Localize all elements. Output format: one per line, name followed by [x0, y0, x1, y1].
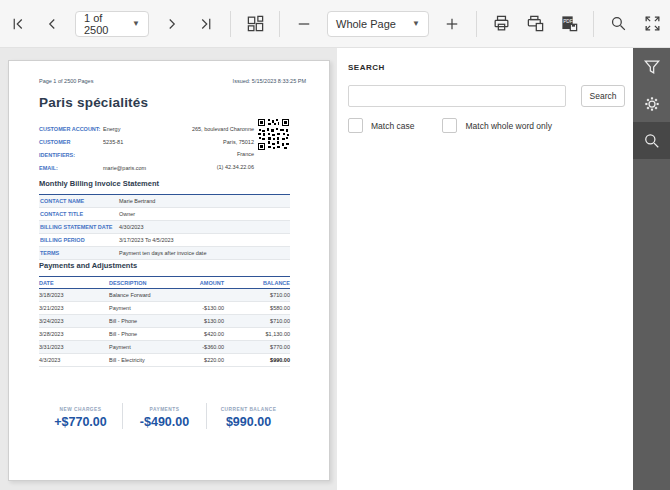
search-toggle-button[interactable]	[603, 9, 633, 39]
table-row: 3/28/2023 Bill - Phone $420.00 $1,130.00	[39, 328, 290, 341]
tab-search[interactable]	[633, 122, 670, 159]
payments-table: DATE DESCRIPTION AMOUNT BALANCE 3/18/202…	[39, 276, 290, 367]
cell-date: 3/18/2023	[39, 289, 109, 302]
statement-field-row: BILLING STATEMENT DATE 4/30/2023	[39, 221, 290, 234]
cell-date: 3/28/2023	[39, 328, 109, 341]
printer-page-icon	[526, 14, 545, 33]
last-page-button[interactable]	[191, 9, 221, 39]
table-row: 3/24/2023 Bill - Phone $130.00 $710.00	[39, 315, 290, 328]
search-button[interactable]: Search	[581, 85, 625, 107]
multipage-view-icon	[246, 14, 265, 33]
document-preview-area[interactable]: Page 1 of 2500 Pages Issued: 5/15/2023 8…	[0, 48, 337, 490]
page-info-text: Page 1 of 2500 Pages	[39, 78, 93, 84]
statement-field-label: CONTACT NAME	[39, 195, 119, 207]
summary-label: CURRENT BALANCE	[207, 407, 290, 412]
chevron-left-icon	[43, 15, 61, 33]
cell-date: 3/24/2023	[39, 315, 109, 328]
first-page-button[interactable]	[3, 9, 33, 39]
statement-field-value: Owner	[119, 208, 135, 220]
printer-icon	[492, 14, 511, 33]
cell-balance: $580.00	[224, 302, 290, 315]
customer-field-row: EMAIL: marie@paris.com	[39, 162, 146, 175]
statement-field-label: BILLING STATEMENT DATE	[39, 221, 119, 233]
search-row: Search	[348, 85, 625, 107]
match-case-label: Match case	[371, 121, 414, 131]
cell-balance: $710.00	[224, 315, 290, 328]
statement-field-label: CONTACT TITLE	[39, 208, 119, 220]
summary-label: NEW CHARGES	[39, 407, 122, 412]
cell-amount: $130.00	[166, 315, 224, 328]
search-options-row: Match case Match whole word only	[348, 118, 625, 133]
statement-field-row: TERMS Payment ten days after invoice dat…	[39, 247, 290, 260]
customer-field-value: 5235-81	[103, 136, 123, 162]
zoom-level-combo[interactable]: Whole Page ▼	[327, 11, 429, 37]
viewer-toolbar: 1 of 2500 ▼ Whole Page ▼	[0, 0, 670, 48]
fullscreen-icon	[643, 14, 662, 33]
statement-field-label: TERMS	[39, 247, 119, 259]
customer-field-label: CUSTOMER ACCOUNT:	[39, 123, 103, 136]
table-row: 3/31/2023 Payment -$360.00 $770.00	[39, 341, 290, 354]
cell-balance: $1,130.00	[224, 328, 290, 341]
print-button[interactable]	[486, 9, 516, 39]
address-line: Paris, 75012	[192, 136, 254, 149]
search-panel: SEARCH Search Match case Match whole wor…	[337, 48, 633, 490]
page-number-combo[interactable]: 1 of 2500 ▼	[75, 11, 149, 37]
cell-date: 3/31/2023	[39, 341, 109, 354]
match-whole-word-option[interactable]: Match whole word only	[442, 118, 551, 133]
statement-field-row: BILLING PERIOD 3/17/2023 To 4/5/2023	[39, 234, 290, 247]
match-whole-word-label: Match whole word only	[465, 121, 551, 131]
payments-table-header: DATE DESCRIPTION AMOUNT BALANCE	[39, 276, 290, 289]
statement-fields-table: CONTACT NAME Marie Bertrand CONTACT TITL…	[39, 194, 290, 260]
qr-code	[258, 119, 289, 150]
statement-field-row: CONTACT NAME Marie Bertrand	[39, 195, 290, 208]
side-tabstrip	[633, 48, 670, 490]
toolbar-separator	[476, 11, 477, 37]
toolbar-separator	[279, 11, 280, 37]
customer-field-value: Energy	[103, 123, 120, 136]
table-row: 3/18/2023 Balance Forward $710.00	[39, 289, 290, 302]
tab-settings[interactable]	[633, 85, 670, 122]
match-case-checkbox[interactable]	[348, 118, 363, 133]
zoom-in-button[interactable]	[437, 9, 467, 39]
match-case-option[interactable]: Match case	[348, 118, 414, 133]
next-page-button[interactable]	[157, 9, 187, 39]
statement-field-value: Payment ten days after invoice date	[119, 247, 206, 259]
cell-balance: $990.00	[224, 354, 290, 367]
cell-balance: $770.00	[224, 341, 290, 354]
report-title: Paris spécialités	[39, 95, 148, 110]
totals-summary: NEW CHARGES +$770.00 PAYMENTS -$490.00 C…	[39, 403, 290, 429]
first-page-icon	[9, 15, 27, 33]
statement-field-row: CONTACT TITLE Owner	[39, 208, 290, 221]
summary-cell: NEW CHARGES +$770.00	[39, 403, 122, 429]
cell-description: Payment	[109, 302, 166, 315]
search-input[interactable]	[348, 85, 566, 107]
fullscreen-button[interactable]	[637, 9, 667, 39]
search-icon	[642, 131, 662, 151]
cell-amount: $220.00	[166, 354, 224, 367]
payments-table-body: 3/18/2023 Balance Forward $710.00 3/21/2…	[39, 289, 290, 367]
zoom-out-button[interactable]	[289, 9, 319, 39]
last-page-icon	[197, 15, 215, 33]
tab-filter[interactable]	[633, 48, 670, 85]
chevron-down-icon: ▼	[124, 19, 140, 28]
svg-text:PDF: PDF	[563, 19, 573, 24]
chevron-right-icon	[163, 15, 181, 33]
gear-icon	[642, 94, 662, 114]
cell-balance: $710.00	[224, 289, 290, 302]
customer-address-block: 265, boulevard CharonneParis, 75012Franc…	[192, 123, 254, 173]
customer-info-block: CUSTOMER ACCOUNT: Energy CUSTOMER IDENTI…	[39, 123, 146, 175]
summary-value: +$770.00	[39, 415, 122, 429]
print-page-button[interactable]	[520, 9, 550, 39]
previous-page-button[interactable]	[37, 9, 67, 39]
multipage-view-button[interactable]	[240, 9, 270, 39]
match-whole-word-checkbox[interactable]	[442, 118, 457, 133]
table-row: 4/3/2023 Bill - Electricity $220.00 $990…	[39, 354, 290, 367]
statement-field-label: BILLING PERIOD	[39, 234, 119, 246]
customer-field-row: CUSTOMER IDENTIFIERS: 5235-81	[39, 136, 146, 162]
cell-description: Balance Forward	[109, 289, 166, 302]
address-line: (1) 42.34.22.06	[192, 161, 254, 174]
export-pdf-button[interactable]: PDF	[554, 9, 584, 39]
chevron-down-icon: ▼	[404, 19, 420, 28]
page-meta-row: Page 1 of 2500 Pages Issued: 5/15/2023 8…	[39, 78, 306, 84]
summary-value: $990.00	[207, 415, 290, 429]
